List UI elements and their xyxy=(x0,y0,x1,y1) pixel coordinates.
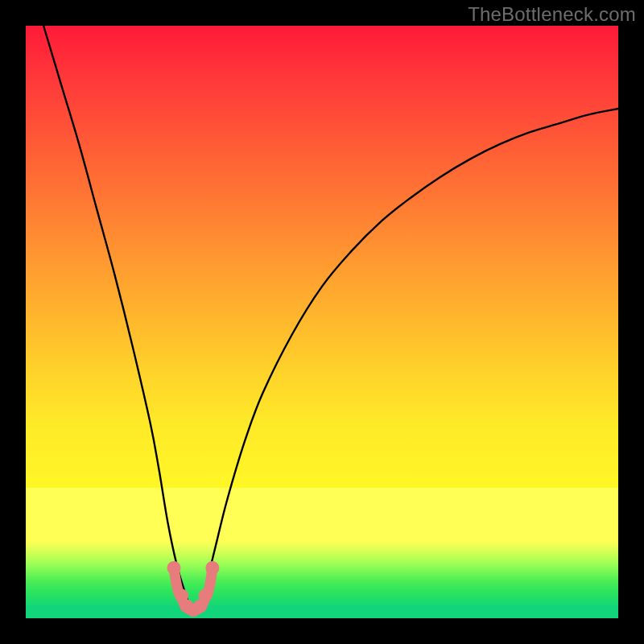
marker-dot xyxy=(167,561,181,575)
curve-layer xyxy=(26,26,618,618)
marker-dot xyxy=(205,561,219,575)
marker-dot xyxy=(199,589,213,603)
frame: TheBottleneck.com xyxy=(0,0,644,644)
plot-area xyxy=(26,26,618,618)
bottleneck-curve xyxy=(43,26,618,611)
watermark-text: TheBottleneck.com xyxy=(468,3,636,26)
